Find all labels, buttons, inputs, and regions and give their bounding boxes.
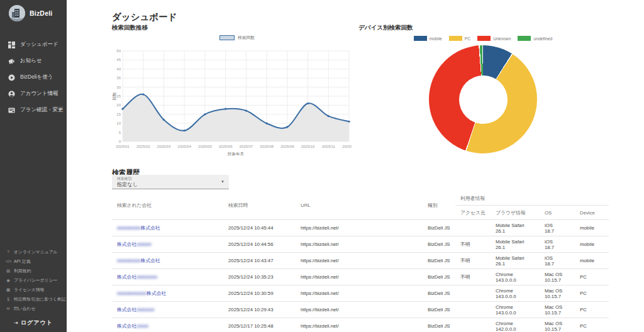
url-cell: https://bizdeli.net/: [296, 220, 423, 236]
sidebar-footer: ?オンラインマニュアル</>API 定義▤利用規約◉プライバシーポリシー▦ライセ…: [0, 247, 67, 327]
svg-text:35: 35: [116, 76, 121, 80]
os-cell: Mac OS10.15.7: [540, 318, 575, 332]
company-name-redacted[interactable]: ●●●●●: [136, 241, 152, 247]
device-cell: mobile: [575, 253, 609, 269]
law-icon: §: [6, 297, 11, 301]
search-count-trend-chart: 検索回数推移 検索回数 051015202530354045502025/012…: [112, 24, 352, 165]
company-name-link[interactable]: 株式会社: [141, 258, 160, 263]
document-icon: ▤: [6, 268, 11, 273]
col-company: 検索された会社: [112, 191, 223, 220]
datetime-cell: 2025/12/24 10:29:43: [223, 302, 296, 318]
select-value: 指定なし: [117, 181, 138, 188]
donut-legend-item[interactable]: undefined: [518, 36, 552, 41]
company-name-link[interactable]: 株式会社: [117, 323, 136, 329]
access-from-cell: [455, 318, 491, 332]
url-cell: https://bizdeli.net/: [296, 318, 423, 332]
svg-text:40: 40: [116, 67, 121, 71]
logo[interactable]: BizDeli: [0, 0, 67, 28]
legend-label: PC: [465, 36, 470, 41]
os-cell: Mac OS10.15.7: [540, 269, 575, 285]
donut-legend-item[interactable]: PC: [449, 36, 470, 41]
search-type-select[interactable]: 検索種別 指定なし ▼: [112, 175, 229, 189]
col-url: URL: [296, 191, 423, 220]
device-cell: PC: [575, 318, 609, 332]
browser-cell: Chrome142.0.0.0: [491, 318, 540, 332]
sidebar-item-plan-card[interactable]: プラン確認・変更: [0, 102, 67, 118]
datetime-cell: 2025/12/17 10:25:48: [223, 318, 296, 332]
legend-label: undefined: [533, 36, 552, 41]
sidebar-item-dashboard[interactable]: ダッシュボード: [0, 36, 67, 53]
datetime-cell: 2025/12/24 10:45:44: [223, 220, 296, 236]
browser-cell: Chrome143.0.0.0: [491, 285, 540, 302]
svg-text:20: 20: [116, 103, 121, 107]
svg-text:50: 50: [116, 49, 121, 53]
sidebar-item-account[interactable]: アカウント情報: [0, 86, 67, 102]
footer-link[interactable]: ✉問い合わせ: [0, 304, 67, 313]
os-cell: iOS18.7: [540, 220, 575, 236]
company-name-link[interactable]: 株式会社: [117, 241, 136, 247]
footer-link-label: ライセンス情報: [14, 287, 44, 293]
company-name-redacted[interactable]: ●●●●●●: [136, 307, 154, 313]
footer-link[interactable]: ▦ライセンス情報: [0, 285, 67, 294]
svg-text:2025/02: 2025/02: [136, 145, 150, 148]
footer-link-label: オンラインマニュアル: [14, 249, 58, 255]
company-cell: ●●●●●●●●株式会社: [112, 220, 223, 236]
donut-chart-title: デバイス別検索回数: [358, 24, 608, 32]
sidebar-item-play-circle[interactable]: BizDeliを使う: [0, 69, 67, 86]
logout-icon: ⇥: [14, 320, 18, 326]
svg-text:2025/07: 2025/07: [240, 145, 253, 148]
footer-link[interactable]: ▤利用規約: [0, 266, 67, 275]
datetime-cell: 2025/12/24 10:30:59: [223, 285, 296, 302]
legend-swatch: [449, 36, 462, 41]
table-row: 株式会社●●●●●●2025/12/24 10:29:43https://biz…: [112, 302, 609, 318]
company-cell: ●●●●●●●●株式会社: [112, 253, 223, 269]
device-cell: PC: [575, 269, 609, 285]
col-device: Device: [575, 206, 609, 220]
type-cell: BizDeli JS: [423, 302, 455, 318]
code-icon: </>: [6, 259, 11, 263]
type-cell: BizDeli JS: [423, 285, 455, 302]
type-cell: BizDeli JS: [423, 253, 455, 269]
megaphone-icon: [8, 58, 15, 65]
device-cell: PC: [575, 285, 609, 302]
col-datetime: 検索日時: [223, 191, 296, 220]
sidebar-item-label: アカウント情報: [20, 90, 58, 97]
company-name-redacted[interactable]: ●●●●●●●●: [117, 225, 141, 231]
footer-link[interactable]: §特定商取引法に基づく表記: [0, 294, 67, 304]
footer-link[interactable]: ?オンラインマニュアル: [0, 247, 67, 257]
os-cell: Mac OS10.15.7: [540, 302, 575, 318]
sidebar-item-label: お知らせ: [20, 57, 42, 65]
company-name-link[interactable]: 株式会社: [147, 290, 166, 296]
line-chart-legend[interactable]: 検索回数: [122, 35, 352, 41]
company-name-redacted[interactable]: ●●●●●●●: [136, 274, 157, 280]
company-name-link[interactable]: 株式会社: [117, 307, 136, 313]
url-cell: https://bizdeli.net/: [296, 269, 423, 285]
footer-link[interactable]: </>API 定義: [0, 257, 67, 266]
legend-label: 検索回数: [238, 35, 255, 41]
os-cell: Mac OS10.15.7: [540, 285, 575, 302]
company-cell: 株式会社●●●●: [112, 318, 223, 332]
logout-label: ログアウト: [21, 319, 53, 327]
company-name-redacted[interactable]: ●●●●●●●●: [117, 258, 141, 263]
line-chart-title: 検索回数推移: [112, 24, 352, 32]
device-cell: mobile: [575, 220, 609, 236]
legend-swatch: [414, 36, 427, 41]
svg-text:10: 10: [116, 121, 121, 125]
access-from-cell: [455, 285, 491, 302]
chevron-down-icon: ▼: [221, 180, 225, 184]
footer-link-label: 問い合わせ: [14, 306, 35, 312]
logout-button[interactable]: ⇥ ログアウト: [0, 319, 67, 327]
donut-legend-item[interactable]: Unknown: [477, 36, 511, 41]
os-cell: iOS18.7: [540, 236, 575, 253]
type-cell: BizDeli JS: [423, 236, 455, 253]
company-name-redacted[interactable]: ●●●●: [136, 323, 148, 329]
company-name-link[interactable]: 株式会社: [117, 274, 136, 280]
footer-link-label: プライバシーポリシー: [14, 277, 57, 284]
sidebar-item-megaphone[interactable]: お知らせ: [0, 53, 67, 69]
license-icon: ▦: [6, 287, 11, 292]
donut-legend-item[interactable]: mobile: [414, 36, 442, 41]
svg-text:2025/08: 2025/08: [260, 145, 274, 148]
footer-link[interactable]: ◉プライバシーポリシー: [0, 275, 67, 285]
company-name-redacted[interactable]: ●●●●●●●●●●: [117, 290, 147, 296]
company-name-link[interactable]: 株式会社: [141, 225, 160, 231]
